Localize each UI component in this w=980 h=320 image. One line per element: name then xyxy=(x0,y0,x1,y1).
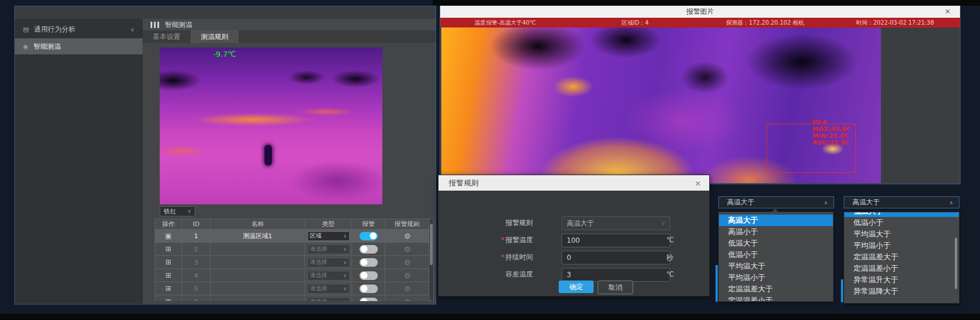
type-select-value: 请选择 xyxy=(310,258,327,266)
duration-value: 0 xyxy=(567,254,571,262)
palette-select[interactable]: 铁红 ∨ xyxy=(160,206,195,216)
type-cell: 请选择∨ xyxy=(305,269,352,282)
type-select-value: 区域 xyxy=(310,232,322,240)
type-select-value: 请选择 xyxy=(310,298,327,301)
type-select[interactable]: 请选择∨ xyxy=(307,271,350,281)
close-icon[interactable]: × xyxy=(945,7,951,15)
dropdown-2-scroll-indicator[interactable] xyxy=(841,279,843,302)
close-icon[interactable]: × xyxy=(694,179,701,188)
chevron-down-icon: ∨ xyxy=(187,208,191,214)
alarm-toggle[interactable] xyxy=(359,298,378,302)
alarm-toggle[interactable] xyxy=(359,271,378,280)
op-cell: ▣ xyxy=(155,230,182,242)
tab-temp-rules[interactable]: 测温规则 xyxy=(191,30,239,43)
gear-icon[interactable]: ⚙ xyxy=(404,271,411,280)
drag-handle-icon[interactable] xyxy=(151,22,159,28)
dropdown-option[interactable]: 低温大于 xyxy=(719,238,833,249)
tab-basic-settings[interactable]: 基本设置 xyxy=(143,30,191,43)
dropdown-option[interactable]: 平均温大于 xyxy=(844,228,959,240)
dropdown-option[interactable]: 定温温差小于 xyxy=(719,295,833,302)
add-region-icon[interactable]: ⊞ xyxy=(165,285,171,293)
alarm-toggle[interactable] xyxy=(359,232,378,240)
gear-icon[interactable]: ⚙ xyxy=(404,285,411,293)
dropdown-option[interactable]: 低温小于 xyxy=(844,217,959,228)
gear-icon[interactable]: ⚙ xyxy=(404,245,411,254)
alarm-toggle[interactable] xyxy=(359,258,378,267)
rule-type-options-1: 高温大于高温小于低温大于低温小于平均温大于平均温小于定温温差大于定温温差小于 xyxy=(718,212,833,302)
name-cell[interactable] xyxy=(211,295,305,301)
table-row[interactable]: ⊞3请选择∨⚙ xyxy=(155,256,429,269)
type-select[interactable]: 请选择∨ xyxy=(307,297,350,302)
alarm-info-bar: 温度报警-高温大于40℃ 区域ID：4 探测器：172.20.20.102 相机… xyxy=(440,18,960,27)
name-cell[interactable] xyxy=(211,269,305,282)
dropdown-option[interactable]: 低温大于 xyxy=(844,212,959,217)
dropdown-2-scrollbar[interactable] xyxy=(955,238,957,289)
table-row[interactable]: ⊞5请选择∨⚙ xyxy=(155,282,429,295)
dropdown-option[interactable]: 平均温小于 xyxy=(719,272,833,283)
dropdown-option[interactable]: 异常温降大于 xyxy=(844,286,959,297)
alarm-toggle[interactable] xyxy=(359,285,378,293)
dropdown-option[interactable]: 定温温差大于 xyxy=(844,251,959,263)
toggle-knob xyxy=(361,285,368,292)
add-region-icon[interactable]: ⊞ xyxy=(165,245,171,253)
gear-icon[interactable]: ⚙ xyxy=(404,232,411,240)
alarm-cell xyxy=(352,256,385,268)
delete-region-icon[interactable]: ▣ xyxy=(165,232,171,240)
type-select-value: 请选择 xyxy=(310,285,327,293)
alarm-rule-select[interactable]: 高温大于 ∨ xyxy=(562,216,670,230)
op-cell: ⊞ xyxy=(155,282,182,295)
tolerance-input[interactable]: 3 xyxy=(562,268,670,282)
type-select[interactable]: 请选择∨ xyxy=(307,244,350,254)
rule-type-select-2[interactable]: 高温大于 ∧ xyxy=(844,196,959,208)
op-cell: ⊞ xyxy=(155,295,182,301)
dropdown-option[interactable]: 高温小于 xyxy=(719,226,833,238)
scrollbar-thumb[interactable] xyxy=(430,224,433,265)
dropdown-option[interactable]: 异常温升大于 xyxy=(844,274,959,286)
table-row[interactable]: ⊞2请选择∨⚙ xyxy=(155,243,429,256)
rule-type-select-1[interactable]: 高温大于 ∧ xyxy=(718,196,834,208)
cancel-button[interactable]: 取消 xyxy=(598,281,633,294)
table-row[interactable]: ⊞4请选择∨⚙ xyxy=(155,269,429,282)
screenshot-root: ▤ 通用行为分析 ∨ ◉ 智能测温 智能测温 基本设置 测温规则 -9.7℃ 铁… xyxy=(0,0,980,320)
gear-icon[interactable]: ⚙ xyxy=(404,298,411,302)
table-row[interactable]: ▣1测温区域1区域∨⚙ xyxy=(155,230,429,243)
alarm-temp-input[interactable]: 100 xyxy=(562,234,670,247)
ok-button[interactable]: 确定 xyxy=(559,281,594,293)
add-region-icon[interactable]: ⊞ xyxy=(165,258,171,266)
dropdown-option[interactable]: 高温大于 xyxy=(719,215,833,226)
add-region-icon[interactable]: ⊞ xyxy=(165,298,171,301)
sidebar-item-smart-temp[interactable]: ◉ 智能测温 xyxy=(15,38,143,54)
table-header-cell: 类型 xyxy=(305,219,352,229)
name-cell[interactable]: 测温区域1 xyxy=(211,230,305,242)
dialog-title: 报警图片 xyxy=(686,7,714,17)
table-scrollbar[interactable] xyxy=(429,219,434,301)
dropdown-option[interactable]: 定温温差大于 xyxy=(719,283,833,295)
type-select[interactable]: 请选择∨ xyxy=(307,258,350,267)
type-select[interactable]: 区域∨ xyxy=(307,231,350,241)
name-cell[interactable] xyxy=(211,256,305,268)
dropdown-option[interactable]: 定温温差小于 xyxy=(844,263,959,274)
thermal-preview-image[interactable]: -9.7℃ xyxy=(160,48,382,204)
table-header-cell: ID xyxy=(182,219,211,229)
sidebar-item-behavior-analysis[interactable]: ▤ 通用行为分析 ∨ xyxy=(15,21,143,37)
alarm-toggle[interactable] xyxy=(359,245,378,254)
dropdown-option[interactable]: 低温小于 xyxy=(719,249,833,260)
duration-input[interactable]: 0 xyxy=(562,251,670,264)
rule-cell: ⚙ xyxy=(385,243,429,255)
table-header-cell: 报警规则 xyxy=(385,219,429,229)
type-select[interactable]: 请选择∨ xyxy=(307,284,350,294)
dropdown-option[interactable]: 平均温小于 xyxy=(844,240,959,251)
content-title: 智能测温 xyxy=(165,20,192,30)
dropdown-option[interactable]: 平均温大于 xyxy=(719,260,833,272)
unit-label: ℃ xyxy=(666,236,674,244)
chevron-down-icon: ∨ xyxy=(343,234,347,239)
content-header: 智能测温 xyxy=(143,19,436,30)
name-cell[interactable] xyxy=(211,282,305,295)
type-cell: 请选择∨ xyxy=(305,256,352,268)
dropdown-1-scroll-indicator[interactable] xyxy=(716,265,718,302)
name-cell[interactable] xyxy=(211,243,305,255)
gear-icon[interactable]: ⚙ xyxy=(404,258,411,267)
table-row[interactable]: ⊞6请选择∨⚙ xyxy=(155,295,429,301)
chevron-down-icon[interactable]: ∨ xyxy=(131,26,135,33)
add-region-icon[interactable]: ⊞ xyxy=(165,271,171,279)
